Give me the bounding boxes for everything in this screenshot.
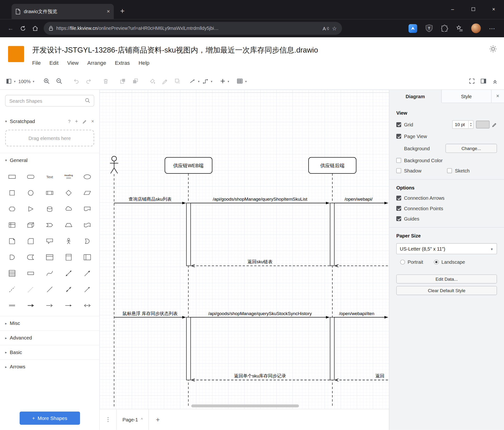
back-icon[interactable]: ← — [5, 22, 17, 34]
section-advanced[interactable]: ▸ Advanced — [0, 330, 99, 345]
collapse-toolbar-icon[interactable] — [492, 78, 498, 84]
maximize-button[interactable] — [463, 6, 484, 12]
paper-size-select[interactable]: US-Letter (8,5" x 11") ▼ — [396, 243, 497, 254]
shape-card[interactable] — [21, 233, 40, 249]
shape-hexagon[interactable] — [3, 201, 21, 217]
shape-directional-connector[interactable] — [78, 281, 97, 297]
shape-tape[interactable] — [78, 217, 97, 233]
address-bar[interactable]: https://file.kkview.cn/onlinePreview?url… — [44, 22, 342, 35]
favorite-star-icon[interactable]: ☆ — [332, 25, 337, 32]
menu-help[interactable]: Help — [138, 60, 149, 66]
shape-arrow[interactable] — [78, 265, 97, 281]
table-button[interactable]: ▼ — [237, 75, 247, 87]
shape-or[interactable] — [78, 233, 97, 249]
scratchpad-edit-icon[interactable] — [82, 119, 87, 123]
shape-bidirectional-arrow[interactable] — [59, 265, 78, 281]
minimize-button[interactable]: – — [442, 6, 463, 12]
shape-dashed-line[interactable] — [3, 281, 21, 297]
guides-checkbox[interactable] — [396, 216, 401, 221]
shape-arrow-double[interactable] — [78, 297, 97, 313]
shape-text[interactable]: Text — [40, 169, 59, 185]
shape-square[interactable] — [3, 185, 21, 201]
shape-arrow-thin[interactable] — [59, 297, 78, 313]
extension-blue-icon[interactable] — [409, 24, 417, 32]
scratchpad-close-icon[interactable]: × — [91, 119, 94, 124]
line-color-icon[interactable] — [160, 75, 170, 87]
landscape-radio[interactable] — [434, 260, 439, 264]
grid-color-swatch[interactable] — [476, 121, 490, 128]
background-color-checkbox[interactable] — [396, 158, 401, 163]
shape-heading[interactable]: Heading — [59, 169, 78, 185]
grid-color-edit-icon[interactable] — [492, 122, 497, 127]
theme-toggle-sun-icon[interactable] — [489, 45, 497, 53]
horizontal-scrollbar[interactable] — [191, 404, 299, 407]
shape-rectangle[interactable] — [3, 169, 21, 185]
actor-figure[interactable] — [110, 156, 118, 173]
shape-rounded-rectangle[interactable] — [21, 169, 40, 185]
waypoint-style-button[interactable]: ▼ — [202, 75, 213, 87]
tab-diagram[interactable]: Diagram — [389, 90, 441, 103]
shape-data-storage[interactable] — [21, 249, 40, 265]
search-icon[interactable] — [85, 98, 90, 103]
shape-cylinder[interactable] — [40, 201, 59, 217]
connection-style-button[interactable]: ▼ — [189, 75, 200, 87]
shape-horizontal-container[interactable] — [78, 249, 97, 265]
edit-data-button[interactable]: Edit Data... — [396, 274, 497, 284]
scratchpad-help-icon[interactable]: ? — [68, 119, 71, 124]
shape-arrow-open[interactable] — [40, 297, 59, 313]
shape-list-item[interactable] — [21, 265, 40, 281]
tab-style[interactable]: Style — [442, 90, 491, 103]
lock-icon[interactable] — [49, 26, 53, 31]
menu-arrange[interactable]: Arrange — [87, 60, 106, 66]
shape-parallelogram[interactable] — [78, 185, 97, 201]
shape-process[interactable] — [40, 185, 59, 201]
diagram-canvas[interactable]: 供应链WEB端 供应链后端 查询店铺商品sku列表 /api/goods/sho… — [100, 90, 389, 409]
profile-avatar[interactable] — [471, 23, 481, 33]
browser-menu-dots-icon[interactable]: ⋯ — [489, 25, 495, 32]
shape-diamond[interactable] — [59, 185, 78, 201]
scratchpad-add-icon[interactable]: + — [75, 119, 78, 124]
section-basic[interactable]: ▸ Basic — [0, 345, 99, 360]
portrait-radio[interactable] — [400, 260, 405, 264]
shadow-icon[interactable] — [172, 75, 183, 87]
zoom-out-icon[interactable] — [54, 75, 64, 87]
shape-document[interactable] — [78, 201, 97, 217]
shape-arrow-simple[interactable] — [21, 297, 40, 313]
browser-tab[interactable]: drawio文件预览 × — [11, 4, 114, 19]
zoom-level-dropdown[interactable]: 100%▼ — [18, 75, 35, 87]
clear-default-style-button[interactable]: Clear Default Style — [396, 286, 497, 295]
search-shapes-input[interactable] — [5, 95, 94, 106]
shape-dotted-line[interactable] — [21, 281, 40, 297]
menu-file[interactable]: File — [32, 60, 41, 66]
shape-cube[interactable] — [21, 217, 40, 233]
to-back-icon[interactable] — [130, 75, 141, 87]
page-view-checkbox[interactable] — [396, 134, 401, 139]
shape-and[interactable] — [3, 249, 21, 265]
background-change-button[interactable]: Change... — [446, 144, 497, 153]
view-tool-button[interactable]: ▼ — [6, 75, 16, 87]
shape-bidirectional-connector[interactable] — [59, 281, 78, 297]
extensions-puzzle-icon[interactable] — [441, 25, 448, 32]
fullscreen-icon[interactable] — [469, 78, 475, 84]
shield-t-extension-icon[interactable]: T — [425, 24, 433, 32]
portrait-radio-item[interactable]: Portrait — [400, 259, 423, 265]
zoom-in-icon[interactable] — [42, 75, 52, 87]
shape-cloud[interactable] — [59, 201, 78, 217]
sketch-checkbox[interactable] — [447, 168, 452, 173]
shape-list[interactable] — [3, 265, 21, 281]
activation-web-1[interactable] — [186, 203, 191, 266]
shape-curve[interactable] — [40, 265, 59, 281]
favorites-hub-icon[interactable] — [456, 25, 463, 32]
shape-link[interactable] — [3, 297, 21, 313]
redo-icon[interactable] — [84, 75, 94, 87]
section-arrows[interactable]: ▸ Arrows — [0, 360, 99, 374]
shadow-checkbox[interactable] — [396, 168, 401, 173]
section-misc[interactable]: ▸ Misc — [0, 316, 99, 331]
activation-backend-2[interactable] — [330, 317, 334, 380]
refresh-icon[interactable] — [17, 22, 29, 34]
shape-trapezoid[interactable] — [59, 217, 78, 233]
shape-triangle[interactable] — [21, 201, 40, 217]
connection-arrows-checkbox[interactable] — [396, 196, 401, 200]
activation-backend-1[interactable] — [330, 203, 334, 266]
shape-note[interactable] — [3, 233, 21, 249]
